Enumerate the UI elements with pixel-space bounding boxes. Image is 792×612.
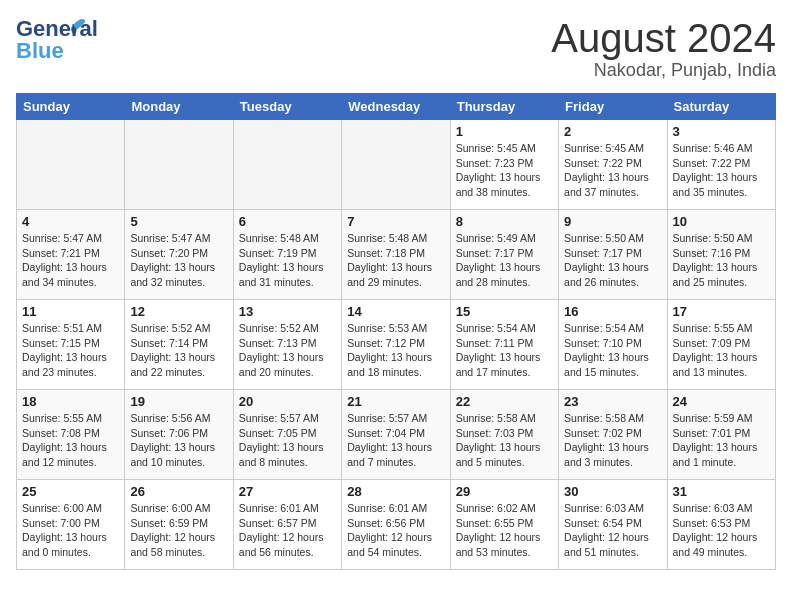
calendar-cell: 2Sunrise: 5:45 AM Sunset: 7:22 PM Daylig… xyxy=(559,120,667,210)
calendar-week-5: 25Sunrise: 6:00 AM Sunset: 7:00 PM Dayli… xyxy=(17,480,776,570)
calendar-cell: 20Sunrise: 5:57 AM Sunset: 7:05 PM Dayli… xyxy=(233,390,341,480)
day-number: 14 xyxy=(347,304,444,319)
calendar-cell xyxy=(125,120,233,210)
day-detail: Sunrise: 5:57 AM Sunset: 7:05 PM Dayligh… xyxy=(239,411,336,470)
day-number: 25 xyxy=(22,484,119,499)
day-number: 15 xyxy=(456,304,553,319)
day-detail: Sunrise: 5:55 AM Sunset: 7:09 PM Dayligh… xyxy=(673,321,770,380)
day-detail: Sunrise: 5:54 AM Sunset: 7:10 PM Dayligh… xyxy=(564,321,661,380)
location-title: Nakodar, Punjab, India xyxy=(551,60,776,81)
day-number: 26 xyxy=(130,484,227,499)
day-number: 17 xyxy=(673,304,770,319)
day-number: 21 xyxy=(347,394,444,409)
day-number: 6 xyxy=(239,214,336,229)
day-number: 16 xyxy=(564,304,661,319)
page-header: General Blue August 2024 Nakodar, Punjab… xyxy=(16,16,776,81)
header-thursday: Thursday xyxy=(450,94,558,120)
calendar-week-2: 4Sunrise: 5:47 AM Sunset: 7:21 PM Daylig… xyxy=(17,210,776,300)
header-wednesday: Wednesday xyxy=(342,94,450,120)
day-detail: Sunrise: 6:03 AM Sunset: 6:54 PM Dayligh… xyxy=(564,501,661,560)
calendar-cell: 12Sunrise: 5:52 AM Sunset: 7:14 PM Dayli… xyxy=(125,300,233,390)
day-number: 8 xyxy=(456,214,553,229)
calendar-cell: 16Sunrise: 5:54 AM Sunset: 7:10 PM Dayli… xyxy=(559,300,667,390)
title-block: August 2024 Nakodar, Punjab, India xyxy=(551,16,776,81)
header-saturday: Saturday xyxy=(667,94,775,120)
day-number: 12 xyxy=(130,304,227,319)
day-detail: Sunrise: 5:52 AM Sunset: 7:13 PM Dayligh… xyxy=(239,321,336,380)
day-number: 4 xyxy=(22,214,119,229)
day-detail: Sunrise: 6:00 AM Sunset: 7:00 PM Dayligh… xyxy=(22,501,119,560)
day-detail: Sunrise: 6:01 AM Sunset: 6:57 PM Dayligh… xyxy=(239,501,336,560)
calendar-cell xyxy=(17,120,125,210)
calendar-week-4: 18Sunrise: 5:55 AM Sunset: 7:08 PM Dayli… xyxy=(17,390,776,480)
calendar-cell: 22Sunrise: 5:58 AM Sunset: 7:03 PM Dayli… xyxy=(450,390,558,480)
calendar-cell: 1Sunrise: 5:45 AM Sunset: 7:23 PM Daylig… xyxy=(450,120,558,210)
calendar-cell: 19Sunrise: 5:56 AM Sunset: 7:06 PM Dayli… xyxy=(125,390,233,480)
calendar-cell: 11Sunrise: 5:51 AM Sunset: 7:15 PM Dayli… xyxy=(17,300,125,390)
logo: General Blue xyxy=(16,16,70,60)
day-number: 19 xyxy=(130,394,227,409)
day-number: 7 xyxy=(347,214,444,229)
day-number: 22 xyxy=(456,394,553,409)
calendar-cell: 28Sunrise: 6:01 AM Sunset: 6:56 PM Dayli… xyxy=(342,480,450,570)
day-detail: Sunrise: 6:01 AM Sunset: 6:56 PM Dayligh… xyxy=(347,501,444,560)
day-detail: Sunrise: 5:52 AM Sunset: 7:14 PM Dayligh… xyxy=(130,321,227,380)
calendar-cell: 17Sunrise: 5:55 AM Sunset: 7:09 PM Dayli… xyxy=(667,300,775,390)
day-detail: Sunrise: 5:55 AM Sunset: 7:08 PM Dayligh… xyxy=(22,411,119,470)
day-detail: Sunrise: 6:02 AM Sunset: 6:55 PM Dayligh… xyxy=(456,501,553,560)
logo-blue: Blue xyxy=(16,38,64,64)
day-detail: Sunrise: 5:54 AM Sunset: 7:11 PM Dayligh… xyxy=(456,321,553,380)
day-number: 11 xyxy=(22,304,119,319)
calendar-cell: 24Sunrise: 5:59 AM Sunset: 7:01 PM Dayli… xyxy=(667,390,775,480)
day-detail: Sunrise: 5:48 AM Sunset: 7:18 PM Dayligh… xyxy=(347,231,444,290)
day-number: 9 xyxy=(564,214,661,229)
calendar-week-1: 1Sunrise: 5:45 AM Sunset: 7:23 PM Daylig… xyxy=(17,120,776,210)
day-detail: Sunrise: 5:58 AM Sunset: 7:03 PM Dayligh… xyxy=(456,411,553,470)
day-detail: Sunrise: 5:48 AM Sunset: 7:19 PM Dayligh… xyxy=(239,231,336,290)
day-detail: Sunrise: 5:49 AM Sunset: 7:17 PM Dayligh… xyxy=(456,231,553,290)
calendar-table: SundayMondayTuesdayWednesdayThursdayFrid… xyxy=(16,93,776,570)
calendar-week-3: 11Sunrise: 5:51 AM Sunset: 7:15 PM Dayli… xyxy=(17,300,776,390)
header-tuesday: Tuesday xyxy=(233,94,341,120)
day-detail: Sunrise: 5:57 AM Sunset: 7:04 PM Dayligh… xyxy=(347,411,444,470)
calendar-cell: 31Sunrise: 6:03 AM Sunset: 6:53 PM Dayli… xyxy=(667,480,775,570)
calendar-cell: 3Sunrise: 5:46 AM Sunset: 7:22 PM Daylig… xyxy=(667,120,775,210)
calendar-cell: 21Sunrise: 5:57 AM Sunset: 7:04 PM Dayli… xyxy=(342,390,450,480)
calendar-cell: 6Sunrise: 5:48 AM Sunset: 7:19 PM Daylig… xyxy=(233,210,341,300)
calendar-cell: 26Sunrise: 6:00 AM Sunset: 6:59 PM Dayli… xyxy=(125,480,233,570)
day-detail: Sunrise: 5:47 AM Sunset: 7:21 PM Dayligh… xyxy=(22,231,119,290)
calendar-cell: 9Sunrise: 5:50 AM Sunset: 7:17 PM Daylig… xyxy=(559,210,667,300)
calendar-cell: 13Sunrise: 5:52 AM Sunset: 7:13 PM Dayli… xyxy=(233,300,341,390)
day-number: 10 xyxy=(673,214,770,229)
day-number: 3 xyxy=(673,124,770,139)
calendar-cell: 30Sunrise: 6:03 AM Sunset: 6:54 PM Dayli… xyxy=(559,480,667,570)
calendar-header-row: SundayMondayTuesdayWednesdayThursdayFrid… xyxy=(17,94,776,120)
day-detail: Sunrise: 5:58 AM Sunset: 7:02 PM Dayligh… xyxy=(564,411,661,470)
day-detail: Sunrise: 5:59 AM Sunset: 7:01 PM Dayligh… xyxy=(673,411,770,470)
calendar-cell: 27Sunrise: 6:01 AM Sunset: 6:57 PM Dayli… xyxy=(233,480,341,570)
day-number: 2 xyxy=(564,124,661,139)
day-detail: Sunrise: 5:53 AM Sunset: 7:12 PM Dayligh… xyxy=(347,321,444,380)
day-number: 18 xyxy=(22,394,119,409)
day-detail: Sunrise: 5:50 AM Sunset: 7:16 PM Dayligh… xyxy=(673,231,770,290)
day-number: 29 xyxy=(456,484,553,499)
calendar-cell: 8Sunrise: 5:49 AM Sunset: 7:17 PM Daylig… xyxy=(450,210,558,300)
day-detail: Sunrise: 5:47 AM Sunset: 7:20 PM Dayligh… xyxy=(130,231,227,290)
day-detail: Sunrise: 5:45 AM Sunset: 7:22 PM Dayligh… xyxy=(564,141,661,200)
day-detail: Sunrise: 5:51 AM Sunset: 7:15 PM Dayligh… xyxy=(22,321,119,380)
calendar-cell xyxy=(233,120,341,210)
calendar-cell: 25Sunrise: 6:00 AM Sunset: 7:00 PM Dayli… xyxy=(17,480,125,570)
day-number: 1 xyxy=(456,124,553,139)
calendar-cell: 4Sunrise: 5:47 AM Sunset: 7:21 PM Daylig… xyxy=(17,210,125,300)
calendar-cell: 14Sunrise: 5:53 AM Sunset: 7:12 PM Dayli… xyxy=(342,300,450,390)
day-number: 24 xyxy=(673,394,770,409)
day-detail: Sunrise: 6:03 AM Sunset: 6:53 PM Dayligh… xyxy=(673,501,770,560)
month-title: August 2024 xyxy=(551,16,776,60)
day-number: 31 xyxy=(673,484,770,499)
header-friday: Friday xyxy=(559,94,667,120)
day-number: 13 xyxy=(239,304,336,319)
day-number: 5 xyxy=(130,214,227,229)
day-detail: Sunrise: 5:45 AM Sunset: 7:23 PM Dayligh… xyxy=(456,141,553,200)
calendar-cell xyxy=(342,120,450,210)
day-detail: Sunrise: 5:46 AM Sunset: 7:22 PM Dayligh… xyxy=(673,141,770,200)
